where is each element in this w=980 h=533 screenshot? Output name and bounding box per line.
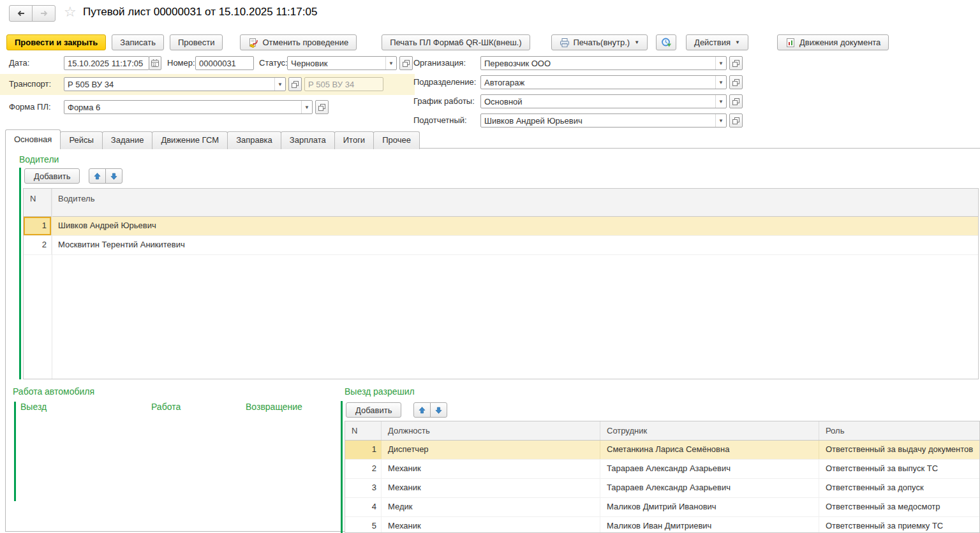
drivers-add-button[interactable]: Добавить [24,168,80,184]
status-select[interactable]: Черновик▼ [287,56,397,70]
vehicle-work-title: Работа автомобиля [13,386,94,397]
post-button[interactable]: Провести [170,34,223,50]
column-header-employee[interactable]: Сотрудник [600,421,819,440]
actions-button[interactable]: Действия ▼ [686,34,748,50]
transport-select[interactable]: Р 505 ВУ 34▼ [64,77,286,91]
form-select[interactable]: Форма 6▼ [64,100,313,114]
tab-Прочее[interactable]: Прочее [373,131,420,149]
back-arrow-icon[interactable] [9,5,33,22]
chevron-down-icon[interactable]: ▼ [715,114,726,127]
organization-select[interactable]: Перевозчик ООО▼ [480,56,727,70]
permit-row[interactable]: 5МеханикМаликов Иван ДмитриевичОтветстве… [345,517,979,533]
chevron-down-icon[interactable]: ▼ [385,57,396,69]
accountable-open-button[interactable] [729,113,743,128]
permit-row[interactable]: 3МеханикТарараев Александр АзарьевичОтве… [345,479,979,498]
permit-table-header: N Должность Сотрудник Роль [345,421,979,441]
tab-Заправка[interactable]: Заправка [227,131,281,149]
chevron-down-icon[interactable]: ▼ [301,101,312,113]
down-arrow-icon[interactable] [105,168,122,184]
drivers-table: N Водитель 1Шивков Андрей Юрьевич2Москви… [23,188,979,379]
tab-Итоги[interactable]: Итоги [334,131,374,149]
chevron-down-icon[interactable]: ▼ [715,57,726,69]
departure-group-bar [14,402,16,501]
column-header-n[interactable]: N [24,189,52,216]
open-value-icon [732,117,740,125]
column-header-position[interactable]: Должность [382,421,600,440]
column-header-driver[interactable]: Водитель [52,189,978,216]
accountable-select[interactable]: Шивков Андрей Юрьевич▼ [480,113,727,128]
return-title: Возвращение [246,402,302,412]
open-value-icon [291,80,299,89]
permit-add-button[interactable]: Добавить [346,402,401,418]
chevron-down-icon[interactable]: ▼ [274,78,285,91]
column-header-role[interactable]: Роль [819,421,979,440]
schedule-select[interactable]: Основной▼ [480,94,727,108]
work-title: Работа [151,402,181,412]
open-value-icon [732,78,740,87]
printer-icon [560,38,570,48]
drivers-section-title: Водители [19,154,59,164]
status-label: Статус: [259,56,288,70]
tab-Рейсы[interactable]: Рейсы [60,131,102,149]
nav-history-group [9,5,56,22]
save-button[interactable]: Записать [112,34,164,50]
up-arrow-icon[interactable] [413,402,431,418]
chevron-down-icon: ▼ [634,40,639,45]
refresh-icon [660,37,672,48]
permit-table-body: 1ДиспетчерСметанкина Лариса СемёновнаОтв… [345,441,979,533]
accountable-label: Подотчетный: [413,113,467,128]
form-open-button[interactable] [315,100,329,114]
number-input[interactable]: 00000031 [195,56,254,70]
chevron-down-icon: ▼ [735,40,740,45]
open-value-icon [732,59,740,68]
driver-row[interactable]: 2Москвитин Терентий Аникитевич [24,236,978,255]
column-header-n[interactable]: N [345,421,382,440]
chevron-down-icon[interactable]: ▼ [715,95,726,108]
driver-row[interactable]: 1Шивков Андрей Юрьевич [24,217,978,236]
forward-arrow-icon[interactable] [32,5,56,22]
permit-row[interactable]: 1ДиспетчерСметанкина Лариса СемёновнаОтв… [345,441,979,460]
departure-permit-group-bar [341,401,343,533]
division-open-button[interactable] [729,75,743,89]
print-external-button[interactable]: Печать ПЛ Форма6 QR-ШК(внеш.) [382,34,530,50]
drivers-move-buttons [89,168,122,184]
drivers-group-bar [19,168,21,379]
tab-Основная[interactable]: Основная [5,129,61,149]
drivers-table-body: 1Шивков Андрей Юрьевич2Москвитин Теренти… [24,217,978,255]
tab-Движение ГСМ[interactable]: Движение ГСМ [152,131,228,149]
tab-Задание[interactable]: Задание [102,131,153,149]
toolbar: Провести и закрыть Записать Провести Отм… [6,34,895,50]
division-select[interactable]: Автогараж▼ [480,75,727,89]
date-input[interactable]: 15.10.2025 11:17:05 [64,56,149,70]
open-value-icon [318,103,326,112]
schedule-label: График работы: [413,94,475,108]
open-value-icon [402,59,410,68]
undo-post-button[interactable]: Отменить проведение [240,34,357,50]
departure-permit-title: Выезд разрешил [345,386,415,397]
tab-Зарплата[interactable]: Зарплата [281,131,335,149]
organization-open-button[interactable] [729,56,743,70]
undo-post-icon [248,38,258,48]
date-label: Дата: [9,56,29,70]
post-and-close-button[interactable]: Провести и закрыть [6,34,106,50]
calendar-icon[interactable] [149,56,161,70]
permit-row[interactable]: 2МеханикТарараев Александр АзарьевичОтве… [345,460,979,479]
document-movements-button[interactable]: Движения документа [777,34,889,50]
schedule-open-button[interactable] [729,94,743,108]
down-arrow-icon[interactable] [430,402,447,418]
up-arrow-icon[interactable] [89,168,106,184]
transport-label: Транспорт: [9,77,51,91]
tab-strip: ОсновнаяРейсыЗаданиеДвижение ГСМЗаправка… [5,130,419,149]
status-open-button[interactable] [399,56,413,70]
star-icon[interactable]: ☆ [64,4,77,20]
permit-row[interactable]: 4МедикМаликов Дмитрий ИвановичОтветствен… [345,498,979,517]
print-internal-button[interactable]: Печать(внутр.) ▼ [551,34,648,50]
permit-move-buttons [413,402,447,418]
open-value-icon [732,98,740,106]
document-movements-icon [785,38,796,48]
refresh-button[interactable] [656,34,676,50]
transport-info-field: Р 505 ВУ 34 [304,77,383,91]
transport-open-button[interactable] [288,77,302,91]
chevron-down-icon[interactable]: ▼ [715,76,726,89]
departure-permit-table: N Должность Сотрудник Роль 1ДиспетчерСме… [345,421,980,533]
